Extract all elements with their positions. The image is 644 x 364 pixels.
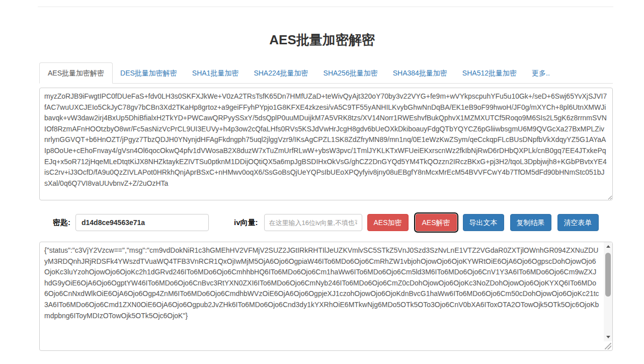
tab-sha1-batch-label[interactable]: SHA1批量加密 [185,63,247,83]
main-content: AES批量加密解密 DES批量加密解密 SHA1批量加密 SHA224批量加密 … [39,62,613,351]
clear-form-button[interactable]: 清空表单 [557,214,599,231]
tab-sha256-batch[interactable]: SHA256批量加密 [316,63,385,83]
tab-more[interactable]: 更多.. [524,63,557,83]
tab-bar: AES批量加密解密 DES批量加密解密 SHA1批量加密 SHA224批量加密 … [39,62,613,84]
copy-result-button[interactable]: 复制结果 [510,214,551,231]
result-text[interactable]: {"status":"c3VjY2Vzcw==","msg":"cm9vdDok… [40,242,603,350]
resize-grip-icon[interactable] [605,343,611,349]
scrollbar-thumb[interactable] [605,253,611,297]
aes-decrypt-button[interactable]: AES解密 [416,214,457,231]
page-title: AES批量加密解密 [0,31,644,49]
tab-aes-batch-label[interactable]: AES批量加密解密 [39,62,113,84]
key-label: 密匙: [53,218,70,228]
iv-label: iv向量: [234,218,258,228]
aes-encrypt-button[interactable]: AES加密 [367,214,409,231]
export-text-button[interactable]: 导出文本 [463,214,504,231]
tab-sha384-batch-label[interactable]: SHA384批量加密 [385,63,455,83]
tab-sha224-batch[interactable]: SHA224批量加密 [246,63,315,83]
ciphertext-input[interactable]: myzZoRJB9iFwgtIPC0fDUeFaS+fdv0LH3s0SKFXJ… [39,88,613,200]
result-output-box[interactable]: {"status":"c3VjY2Vzcw==","msg":"cm9vdDok… [39,242,613,351]
tab-sha224-batch-label[interactable]: SHA224批量加密 [246,63,315,83]
aes-batch-tool-page: AES批量加密解密 AES批量加密解密 DES批量加密解密 SHA1批量加密 S… [0,0,644,364]
tab-sha512-batch[interactable]: SHA512批量加密 [455,63,524,83]
scrollbar-up-icon[interactable] [604,242,612,251]
top-divider [38,7,613,7]
result-scrollbar[interactable] [604,242,612,341]
tab-sha384-batch[interactable]: SHA384批量加密 [385,63,455,83]
tab-more-label[interactable]: 更多.. [524,63,557,83]
tab-des-batch[interactable]: DES批量加密解密 [113,63,185,83]
tab-sha512-batch-label[interactable]: SHA512批量加密 [455,63,524,83]
tab-sha1-batch[interactable]: SHA1批量加密 [185,63,247,83]
iv-input[interactable] [264,214,362,231]
controls-row: 密匙: iv向量: AES加密 AES解密 导出文本 复制结果 清空表单 [39,213,613,232]
key-input[interactable] [75,214,209,231]
tab-des-batch-label[interactable]: DES批量加密解密 [113,63,185,83]
scrollbar-down-icon[interactable] [604,333,612,341]
tab-sha256-batch-label[interactable]: SHA256批量加密 [316,63,385,83]
tab-aes-batch[interactable]: AES批量加密解密 [39,62,113,83]
